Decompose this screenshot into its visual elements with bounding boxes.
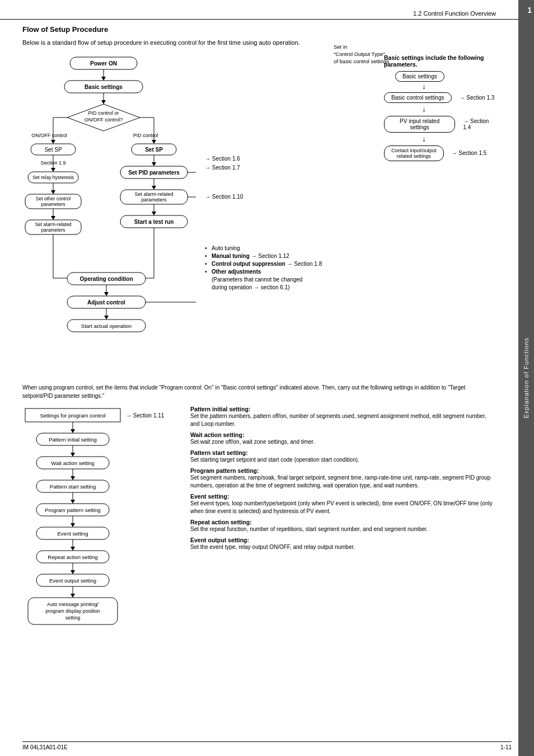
svg-text:Set other control: Set other control (36, 196, 71, 201)
pid-control-label: PID control (133, 133, 158, 138)
svg-marker-5 (101, 100, 106, 104)
bullet-2: Manual tuning → Section 1.12 (205, 252, 375, 260)
set-sp-right-label: Set SP (145, 147, 163, 153)
right-sidebar: 1 Explanation of Functions (518, 0, 534, 756)
section-1-6-ref: → Section 1.6 (205, 155, 375, 162)
left-flow: Power ON Basic settings PI (22, 54, 196, 380)
set-relay-label: Set relay hysteresis (32, 175, 74, 180)
set-sp-left-label: Set SP (44, 147, 62, 153)
wait-action-label: Wait action setting (51, 460, 94, 466)
svg-marker-70 (71, 523, 75, 527)
section-1-10-ref: → Section 1.10 (205, 193, 375, 200)
desc-pattern-initial: Pattern initial setting: Set the pattern… (190, 406, 496, 428)
program-flow-svg: Settings for program control → Section 1… (22, 406, 179, 725)
right-arrow-1: ↓ (422, 82, 426, 91)
program-ctrl-label: Settings for program control (40, 412, 105, 419)
section-1-11-ref: → Section 1.11 (126, 412, 165, 419)
program-descriptions: Pattern initial setting: Set the pattern… (190, 406, 496, 726)
right-arrow-2: ↓ (422, 105, 426, 114)
svg-text:setting: setting (65, 615, 81, 621)
page-footer: IM 04L31A01-01E 1-11 (22, 741, 512, 750)
event-output-label: Event output setting (49, 577, 96, 584)
section-1-5-ref: → Section 1.5 (452, 150, 487, 156)
desc-wait-action: Wait action setting: Set wait zone off/o… (190, 431, 496, 446)
program-section: Settings for program control → Section 1… (22, 406, 496, 726)
section-1-7-ref: → Section 1.7 (205, 164, 375, 171)
svg-marker-67 (71, 500, 75, 504)
intro-text: Below is a standard flow of setup proced… (22, 38, 496, 48)
contact-row: Contact input/outputrelated settings → S… (384, 145, 486, 161)
section-1-4-ref: → Section 1.4 (463, 118, 496, 130)
pv-input-row: PV input related settings → Section 1.4 (384, 116, 496, 133)
pattern-initial-label: Pattern initial setting (49, 436, 97, 443)
adjust-control-label: Adjust control (87, 299, 125, 306)
main-content: Flow of Setup Procedure Below is a stand… (0, 20, 518, 731)
program-flow-left: Settings for program control → Section 1… (22, 406, 179, 726)
desc-repeat-action: Repeat action setting: Set the repeat fu… (190, 519, 496, 533)
svg-text:Auto message printing/: Auto message printing/ (47, 602, 99, 607)
event-setting-label: Event setting (58, 530, 88, 537)
svg-marker-14 (152, 140, 156, 144)
svg-marker-18 (51, 168, 55, 172)
flow-diagram-area: Power ON Basic settings PI (22, 54, 496, 380)
svg-marker-43 (152, 212, 156, 215)
svg-marker-53 (104, 316, 109, 320)
adjust-bullets: Auto tuning Manual tuning → Section 1.12… (205, 245, 375, 292)
svg-text:PID control or: PID control or (88, 110, 119, 116)
svg-text:parameters: parameters (141, 197, 167, 203)
svg-text:parameters: parameters (41, 227, 65, 233)
right-annotations: → Section 1.6 → Section 1.7 → Section 1.… (205, 54, 375, 380)
bullet-3: Control output suppression → Section 1.8 (205, 260, 375, 268)
basic-control-box: Basic control settings (384, 92, 452, 103)
right-basic-settings-panel: Basic settings include the following par… (384, 54, 496, 380)
right-basic-settings-box: Basic settings (395, 71, 444, 82)
repeat-action-label: Repeat action setting (48, 554, 97, 560)
page-container: 1 Explanation of Functions 1.2 Control F… (0, 0, 534, 756)
svg-marker-11 (51, 140, 55, 144)
bullet-4: Other adjustments (Parameters that canno… (205, 268, 375, 292)
svg-marker-26 (51, 216, 55, 220)
desc-program-pattern: Program pattern setting: Set segment num… (190, 467, 496, 490)
desc-event-setting: Event setting: Set event types, loop num… (190, 493, 496, 515)
sidebar-label: Explanation of Functions (523, 337, 530, 418)
bullet-1: Auto tuning (205, 245, 375, 252)
operating-condition-label: Operating condition (80, 276, 133, 282)
set-in-note: Set in"Control Output Type"of basic cont… (334, 43, 406, 65)
desc-pattern-start: Pattern start setting: Set starting targ… (190, 449, 496, 464)
flow-svg: Power ON Basic settings PI (22, 54, 196, 379)
header-title: 1.2 Control Function Overview (413, 10, 496, 17)
svg-marker-37 (152, 186, 156, 190)
desc-event-output: Event output setting: Set the event type… (190, 537, 496, 551)
svg-text:Set alarm-related: Set alarm-related (134, 191, 173, 197)
svg-marker-73 (71, 547, 75, 551)
svg-marker-76 (71, 570, 75, 574)
svg-text:program display position: program display position (45, 608, 100, 614)
set-pid-label: Set PID parameters (128, 170, 180, 176)
power-on-label: Power ON (90, 60, 117, 67)
right-panel-flow: Basic settings ↓ Basic control settings … (384, 71, 496, 163)
footer-right: 1-11 (500, 744, 512, 750)
on-off-label: ON/OFF control (31, 133, 67, 138)
contact-box: Contact input/outputrelated settings (384, 145, 444, 161)
section-title: Flow of Setup Procedure (22, 25, 496, 34)
basic-settings-label: Basic settings (85, 84, 123, 90)
svg-text:Set alarm-related: Set alarm-related (35, 222, 71, 227)
right-arrow-3: ↓ (422, 134, 426, 144)
svg-marker-2 (101, 77, 106, 81)
svg-marker-64 (71, 476, 75, 480)
pattern-start-label: Pattern start setting (50, 483, 96, 490)
footer-left: IM 04L31A01-01E (22, 744, 68, 750)
svg-marker-21 (51, 190, 55, 194)
page-header: 1.2 Control Function Overview (0, 6, 518, 20)
sidebar-number: 1 (527, 6, 532, 15)
svg-marker-79 (71, 594, 75, 598)
svg-marker-50 (104, 292, 109, 296)
svg-text:ON/OFF control?: ON/OFF control? (85, 117, 123, 123)
program-pattern-label: Program pattern setting (45, 507, 100, 513)
connecting-text: When using program control, set the item… (22, 383, 496, 400)
pv-input-box: PV input related settings (384, 116, 455, 133)
start-test-label: Start a test run (134, 219, 174, 225)
adjust-bullet-list: Auto tuning Manual tuning → Section 1.12… (205, 245, 375, 292)
basic-control-row: Basic control settings → Section 1.3 (384, 92, 494, 103)
svg-text:parameters: parameters (41, 201, 65, 207)
